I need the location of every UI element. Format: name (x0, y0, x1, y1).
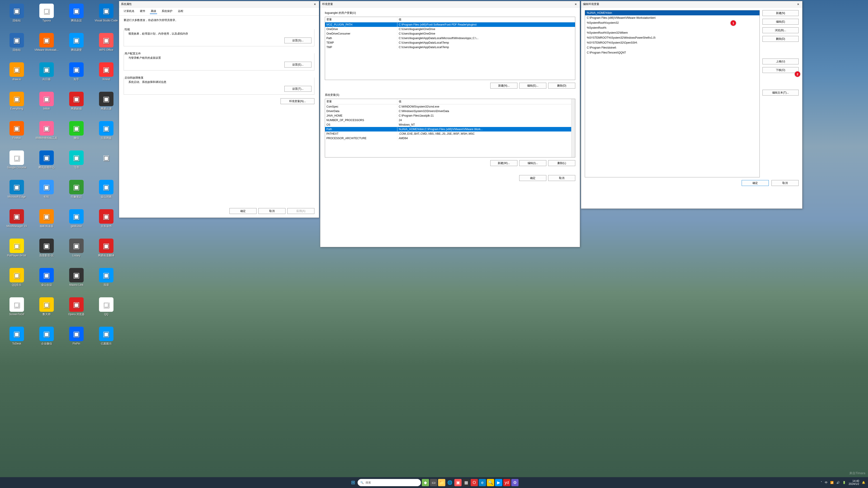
desktop-icon[interactable]: ▣哔哩哔哩投稿工具 (32, 119, 61, 149)
desktop-icon[interactable]: ▣网易邮箱 (61, 90, 91, 119)
desktop-icon[interactable]: ▣印象笔记 (61, 178, 91, 207)
list-row[interactable]: JAVA_HOMEC:\Program Files\Java\jdk-21 (325, 113, 571, 118)
tab-计算机名[interactable]: 计算机名 (123, 9, 135, 14)
taskbar-app[interactable]: ▣ (454, 479, 462, 486)
desktop-icon[interactable]: ▣WPS Office (91, 31, 121, 61)
desktop-icon[interactable]: ▣飞书 (61, 149, 91, 178)
sys-vars-list[interactable]: 变量值 ComSpecC:\WINDOWS\system32\cmd.exeDr… (325, 99, 575, 158)
tray-battery-icon[interactable]: 🔋 (842, 481, 846, 484)
taskbar-app[interactable]: yd (503, 479, 510, 486)
desktop-icon[interactable]: ▣金山会议 (32, 266, 61, 295)
sys-new-button[interactable]: 新建(W)... (490, 160, 518, 166)
new-button[interactable]: 新建(N) (763, 10, 799, 16)
desktop-icon[interactable]: ▣MindManager 23 (2, 207, 32, 237)
move-down-button[interactable]: 下移(O) (763, 67, 799, 73)
window-titlebar[interactable]: 环境变量 ✕ (320, 1, 580, 7)
list-row[interactable]: PROCESSOR_ARCHITECTUREAMD64 (325, 136, 571, 140)
path-row[interactable]: %SYSTEMROOT%\System32\WindowsPowerShell\… (585, 35, 760, 40)
apply-button[interactable]: 应用(A) (287, 208, 314, 214)
taskbar-app[interactable]: ▶ (495, 479, 502, 486)
sys-delete-button[interactable]: 删除(L) (548, 160, 575, 166)
list-row[interactable]: PathC:\Users\liuguanglei\AppData\Local\M… (325, 36, 575, 40)
start-button[interactable]: ⊞ (349, 479, 357, 486)
browse-button[interactable]: 浏览(B)... (763, 27, 799, 33)
desktop-icon[interactable]: ▣geek.exe (61, 207, 91, 237)
edit-button[interactable]: 编辑(E) (763, 19, 799, 25)
path-row[interactable]: C:\Program Files (x86)\VMware\VMware Wor… (585, 15, 760, 20)
clock[interactable]: 14:40 2024/1/2 (848, 480, 859, 486)
tab-远程[interactable]: 远程 (177, 9, 184, 14)
search-box[interactable]: 🔍 搜索 (358, 479, 421, 486)
taskbar-app[interactable]: ◆ (422, 479, 429, 486)
desktop-icon[interactable]: ▣企业微信 (32, 325, 61, 354)
desktop-icon[interactable]: ▣网易云课 (91, 90, 121, 119)
desktop-icon[interactable]: ▣微信 (61, 119, 91, 149)
desktop-icon[interactable]: ▣Typora (32, 2, 61, 31)
desktop-icon[interactable]: ▣回收站 (2, 31, 32, 61)
taskbar-app[interactable]: ⚙ (511, 479, 519, 486)
startup-settings-button[interactable]: 设置(T)... (284, 86, 311, 92)
desktop-icon[interactable]: ▣迅雷 (91, 266, 121, 295)
list-row[interactable]: OSWindows_NT (325, 123, 571, 127)
ok-button[interactable]: 确定 (229, 208, 256, 214)
list-row[interactable]: TEMPC:\Users\liuguanglei\AppData\Local\T… (325, 40, 575, 45)
close-icon[interactable]: ✕ (796, 2, 800, 6)
taskbar-app[interactable]: 🔍 (487, 479, 494, 486)
taskbar-app[interactable]: O (471, 479, 478, 486)
desktop-icon[interactable]: ▣Microsoft Edge (2, 178, 32, 207)
desktop-icon[interactable]: ▣VMware Workstati... (32, 31, 61, 61)
desktop-icon[interactable]: ▣ScreenToGif (2, 295, 32, 325)
desktop-icon[interactable]: ▣Everything (2, 90, 32, 119)
close-icon[interactable]: ✕ (574, 2, 578, 6)
desktop-icon[interactable]: ▣Opera 浏览器 (61, 295, 91, 325)
list-row[interactable]: MOZ_PLUGIN_PATHC:\Program Files (x86)\Fo… (325, 22, 575, 27)
desktop-icon[interactable]: ▣Maono Link (61, 266, 91, 295)
path-row[interactable]: %SystemRoot%\System32\Wbem (585, 30, 760, 35)
desktop-icon[interactable]: ▣PotPlayer 64 bit (2, 237, 32, 266)
tray-wifi-icon[interactable]: 📶 (830, 481, 834, 484)
desktop-icon[interactable]: ▣ (91, 149, 121, 178)
notification-icon[interactable]: 🔔 (862, 481, 865, 484)
tray-chevron-icon[interactable]: ˄ (821, 481, 822, 484)
desktop-icon[interactable]: ▣福昕阅读器 (32, 207, 61, 237)
desktop-icon[interactable]: ▣金山词典 (91, 178, 121, 207)
list-row[interactable]: ComSpecC:\WINDOWS\system32\cmd.exe (325, 104, 571, 109)
taskbar-app[interactable]: ▦ (463, 479, 470, 486)
list-row[interactable]: PATHEXT.COM;.EXE;.BAT;.CMD;.VBS;.VBE;.JS… (325, 131, 571, 136)
taskbar-edge[interactable]: e (479, 479, 486, 486)
path-row[interactable]: %SYSTEMROOT%\System32\OpenSSH\ (585, 40, 760, 45)
path-row[interactable]: C:\Program Files\dotnet\ (585, 45, 760, 50)
close-icon[interactable]: ✕ (313, 2, 317, 6)
desktop-icon[interactable]: ▣腾讯游戏中心 (32, 149, 61, 178)
cancel-button[interactable]: 取消 (548, 175, 575, 181)
sys-edit-button[interactable]: 编辑(I)... (519, 160, 546, 166)
list-row[interactable]: OneDriveC:\Users\liuguanglei\OneDrive (325, 27, 575, 31)
path-row[interactable]: %SystemRoot% (585, 25, 760, 30)
desktop-icon[interactable]: ▣知乎 (61, 61, 91, 90)
desktop-icon[interactable]: ▣QQ音乐 (2, 266, 32, 295)
list-row[interactable]: OneDriveConsumerC:\Users\liuguanglei\One… (325, 31, 575, 36)
desktop-icon[interactable]: ▣腾讯课堂 (61, 31, 91, 61)
desktop-icon[interactable]: ▣网易有道翻译 (91, 237, 121, 266)
desktop-icon[interactable]: ▣draw.io (2, 61, 32, 90)
move-up-button[interactable]: 上移(U) (763, 59, 799, 64)
delete-button[interactable]: 删除(D) (763, 36, 799, 42)
profile-settings-button[interactable]: 设置(E)... (284, 62, 311, 68)
tray-ime-icon[interactable]: 中 (825, 481, 828, 485)
desktop-icon[interactable]: ▣bilibili (32, 90, 61, 119)
desktop-icon[interactable]: ▣鲁大师 (32, 295, 61, 325)
desktop-icon[interactable]: ▣腾讯会议 (61, 2, 91, 31)
user-edit-button[interactable]: 编辑(E)... (519, 83, 546, 89)
taskbar-app[interactable]: ▭ (430, 479, 437, 486)
ok-button[interactable]: 确定 (519, 175, 546, 181)
list-row[interactable]: Path%JAVA_HOME%\bin;C:\Program Files (x8… (325, 127, 571, 131)
desktop-icon[interactable]: ▣百度网盘 (91, 119, 121, 149)
user-delete-button[interactable]: 删除(D) (548, 83, 575, 89)
taskbar-chrome[interactable]: 🌐 (446, 479, 454, 486)
list-row[interactable]: NUMBER_OF_PROCESSORS24 (325, 118, 571, 123)
path-list[interactable]: %JAVA_HOME%\binC:\Program Files (x86)\VM… (585, 10, 760, 177)
desktop-icon[interactable]: ▣Visual Studio Code (91, 2, 121, 31)
tab-硬件[interactable]: 硬件 (139, 9, 146, 14)
desktop-icon[interactable]: ▣Xmind (91, 61, 121, 90)
desktop-icon[interactable]: ▣PixPin (61, 325, 91, 354)
